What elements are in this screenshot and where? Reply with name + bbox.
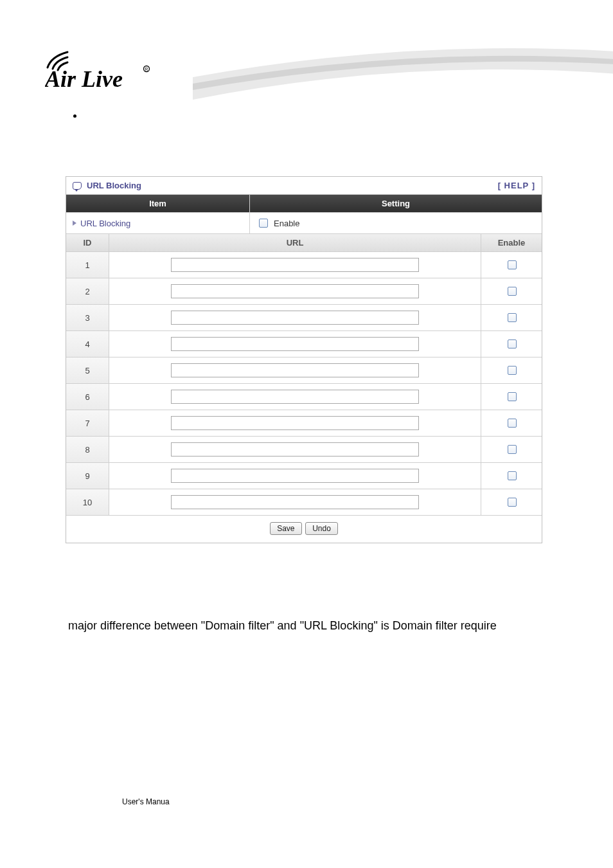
url-input[interactable] <box>171 284 419 298</box>
help-link[interactable]: [ HELP ] <box>498 181 535 190</box>
column-header-setting: Setting <box>250 195 542 212</box>
row-id: 6 <box>66 384 109 410</box>
svg-text:Air Live: Air Live <box>45 66 123 92</box>
grid-header-enable: Enable <box>481 234 542 251</box>
row-enable-cell <box>481 278 542 304</box>
row-id: 7 <box>66 410 109 436</box>
table-row: 3 <box>66 305 542 331</box>
url-input[interactable] <box>171 442 419 457</box>
row-enable-cell <box>481 437 542 462</box>
url-input[interactable] <box>171 416 419 430</box>
row-url-cell <box>109 252 481 278</box>
row-enable-checkbox[interactable] <box>508 471 517 480</box>
grid-header: ID URL Enable <box>66 234 542 252</box>
table-row: 5 <box>66 357 542 384</box>
row-enable-checkbox[interactable] <box>508 498 517 507</box>
grid-header-url: URL <box>109 234 481 251</box>
table-row: 7 <box>66 410 542 437</box>
row-enable-cell <box>481 384 542 410</box>
row-id: 3 <box>66 305 109 330</box>
triangle-right-icon <box>73 221 76 226</box>
url-input[interactable] <box>171 469 419 483</box>
row-url-cell <box>109 384 481 410</box>
row-enable-cell <box>481 357 542 383</box>
row-url-cell <box>109 489 481 515</box>
url-input[interactable] <box>171 495 419 509</box>
table-row: 6 <box>66 384 542 410</box>
url-input[interactable] <box>171 390 419 404</box>
row-id: 9 <box>66 463 109 489</box>
table-row: 2 <box>66 278 542 305</box>
row-id: 1 <box>66 252 109 278</box>
url-blocking-enable-checkbox[interactable] <box>259 219 268 228</box>
row-enable-checkbox[interactable] <box>508 419 517 428</box>
table-row: 9 <box>66 463 542 489</box>
button-row: Save Undo <box>66 516 542 543</box>
url-input[interactable] <box>171 363 419 377</box>
row-enable-checkbox[interactable] <box>508 260 517 269</box>
row-enable-cell <box>481 331 542 357</box>
sub-item-label: URL Blocking <box>80 219 130 228</box>
body-paragraph: major difference between "Domain filter"… <box>68 617 544 635</box>
table-row: 8 <box>66 437 542 463</box>
row-id: 8 <box>66 437 109 462</box>
row-url-cell <box>109 305 481 330</box>
row-enable-cell <box>481 463 542 489</box>
row-enable-cell <box>481 489 542 515</box>
column-header-item: Item <box>66 195 250 212</box>
url-input[interactable] <box>171 337 419 351</box>
table-row: 4 <box>66 331 542 357</box>
enable-checkbox-label: Enable <box>274 219 299 228</box>
row-id: 10 <box>66 489 109 515</box>
footer-text: User's Manua <box>122 797 170 806</box>
url-blocking-panel: URL Blocking [ HELP ] Item Setting URL B… <box>66 176 542 543</box>
row-url-cell <box>109 278 481 304</box>
bullet-point <box>73 114 76 118</box>
url-input[interactable] <box>171 311 419 325</box>
row-id: 2 <box>66 278 109 304</box>
svg-text:R: R <box>145 67 148 71</box>
brand-logo: Air Live R <box>45 48 154 93</box>
undo-button[interactable]: Undo <box>305 522 338 535</box>
row-url-cell <box>109 410 481 436</box>
column-header-row: Item Setting <box>66 195 542 213</box>
row-enable-checkbox[interactable] <box>508 366 517 375</box>
row-url-cell <box>109 357 481 383</box>
row-enable-checkbox[interactable] <box>508 287 517 296</box>
row-enable-cell <box>481 305 542 330</box>
row-id: 4 <box>66 331 109 357</box>
panel-header: URL Blocking [ HELP ] <box>66 177 542 195</box>
table-row: 1 <box>66 252 542 278</box>
row-enable-checkbox[interactable] <box>508 313 517 322</box>
url-blocking-toggle-row: URL Blocking Enable <box>66 213 542 234</box>
speech-bubble-icon <box>73 182 82 190</box>
row-id: 5 <box>66 357 109 383</box>
row-enable-checkbox[interactable] <box>508 339 517 348</box>
row-enable-cell <box>481 410 542 436</box>
panel-title: URL Blocking <box>87 181 141 190</box>
grid-header-id: ID <box>66 234 109 251</box>
url-input[interactable] <box>171 258 419 272</box>
header-swoosh <box>193 39 613 103</box>
row-url-cell <box>109 437 481 462</box>
table-row: 10 <box>66 489 542 516</box>
row-url-cell <box>109 331 481 357</box>
row-enable-checkbox[interactable] <box>508 392 517 401</box>
row-url-cell <box>109 463 481 489</box>
row-enable-cell <box>481 252 542 278</box>
row-enable-checkbox[interactable] <box>508 445 517 454</box>
save-button[interactable]: Save <box>270 522 301 535</box>
